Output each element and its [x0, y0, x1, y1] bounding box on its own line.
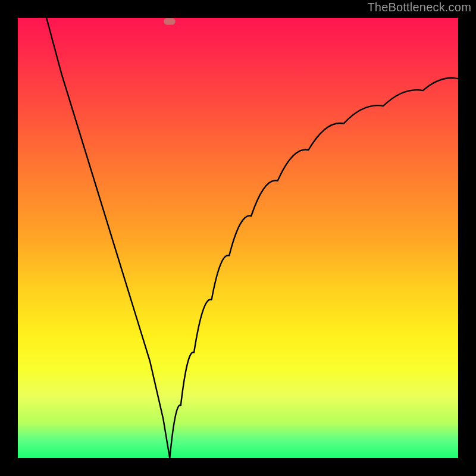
plot-area [18, 18, 458, 458]
watermark-text: TheBottleneck.com [367, 1, 471, 14]
chart-frame: TheBottleneck.com [0, 0, 476, 476]
curve-layer [18, 18, 458, 458]
optimum-marker [164, 18, 176, 25]
bottleneck-curve [46, 18, 458, 458]
